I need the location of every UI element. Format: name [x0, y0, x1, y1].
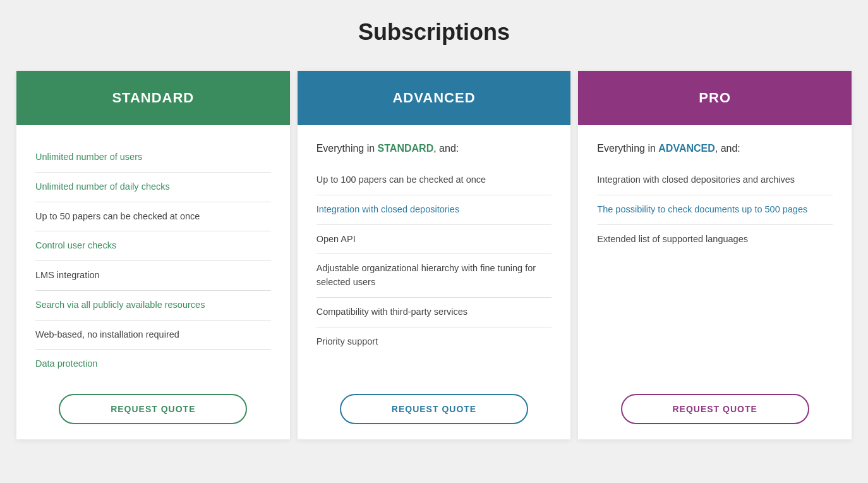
- highlight-advanced: ADVANCED: [658, 143, 714, 154]
- card-pro: PRO Everything in ADVANCED, and: Integra…: [578, 71, 852, 439]
- card-header-standard: STANDARD: [16, 71, 290, 125]
- list-item: Up to 100 papers can be checked at once: [316, 166, 552, 195]
- request-quote-advanced-button[interactable]: REQUEST QUOTE: [340, 394, 528, 424]
- request-quote-pro-button[interactable]: REQUEST QUOTE: [621, 394, 809, 424]
- list-item: LMS integration: [35, 261, 271, 291]
- list-item: Control user checks: [35, 231, 271, 261]
- highlight-standard: STANDARD: [378, 143, 434, 154]
- card-body-advanced: Everything in STANDARD, and: Up to 100 p…: [298, 125, 571, 439]
- card-title-standard: STANDARD: [112, 90, 194, 106]
- list-item: Up to 50 papers can be checked at once: [35, 202, 271, 232]
- list-item: Data protection: [35, 350, 271, 379]
- list-item: Priority support: [316, 327, 552, 357]
- feature-list-pro: Integration with closed depositories and…: [597, 166, 833, 379]
- cards-container: STANDARD Unlimited number of users Unlim…: [13, 71, 855, 439]
- card-standard: STANDARD Unlimited number of users Unlim…: [16, 71, 290, 439]
- card-advanced: ADVANCED Everything in STANDARD, and: Up…: [298, 71, 571, 439]
- list-item: Unlimited number of daily checks: [35, 173, 271, 202]
- list-item: Compatibility with third-party services: [316, 298, 552, 327]
- card-title-advanced: ADVANCED: [392, 90, 475, 106]
- list-item: Adjustable organizational hierarchy with…: [316, 254, 552, 298]
- feature-list-advanced: Up to 100 papers can be checked at once …: [316, 166, 552, 379]
- card-body-pro: Everything in ADVANCED, and: Integration…: [578, 125, 852, 439]
- card-header-advanced: ADVANCED: [298, 71, 571, 125]
- page-title: Subscriptions: [358, 19, 510, 46]
- card-body-standard: Unlimited number of users Unlimited numb…: [16, 125, 290, 439]
- card-title-pro: PRO: [699, 90, 731, 106]
- feature-list-standard: Unlimited number of users Unlimited numb…: [35, 143, 271, 379]
- list-item: The possibility to check documents up to…: [597, 195, 833, 225]
- list-item: Search via all publicly available resour…: [35, 291, 271, 321]
- list-item: Integration with closed depositories: [316, 195, 552, 225]
- list-item: Unlimited number of users: [35, 143, 271, 173]
- card-header-pro: PRO: [578, 71, 852, 125]
- list-item: Web-based, no installation required: [35, 321, 271, 350]
- everything-line-advanced: Everything in STANDARD, and:: [316, 143, 552, 154]
- request-quote-standard-button[interactable]: REQUEST QUOTE: [59, 394, 247, 424]
- list-item: Extended list of supported languages: [597, 225, 833, 254]
- everything-line-pro: Everything in ADVANCED, and:: [597, 143, 833, 154]
- list-item: Integration with closed depositories and…: [597, 166, 833, 195]
- list-item: Open API: [316, 225, 552, 255]
